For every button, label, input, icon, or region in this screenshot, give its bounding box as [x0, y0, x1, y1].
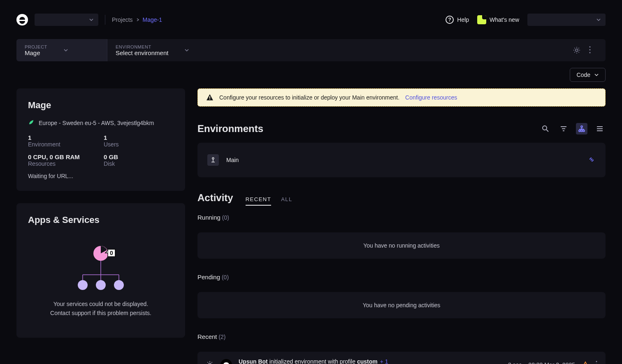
- error-line1: Your services could not be displayed.: [50, 299, 151, 308]
- resources-label: Resources: [28, 160, 98, 167]
- breadcrumb: Projects Mage-1: [112, 16, 162, 23]
- environment-name: Main: [226, 157, 239, 163]
- svg-point-39: [596, 361, 597, 362]
- url-status: Waiting for URL...: [28, 173, 174, 179]
- disk-value: 0 GB: [104, 153, 174, 160]
- resources-banner: Configure your resources to initialize o…: [197, 88, 606, 107]
- apps-services-title: Apps & Services: [28, 215, 174, 225]
- warning-icon: [206, 94, 214, 101]
- whatsnew-link[interactable]: What's new: [477, 15, 519, 24]
- chevron-right-icon: [136, 18, 139, 21]
- pending-label: Pending: [197, 274, 220, 281]
- services-diagram-icon: 0: [74, 242, 128, 291]
- list-view-button[interactable]: [594, 123, 606, 134]
- project-label: PROJECT: [25, 44, 47, 49]
- code-button[interactable]: Code: [570, 68, 606, 82]
- resources-value: 0 CPU, 0 GB RAM: [28, 153, 98, 160]
- tab-recent[interactable]: RECENT: [246, 196, 271, 206]
- profile-selector[interactable]: [527, 14, 606, 26]
- svg-point-22: [581, 126, 583, 128]
- divider: [105, 15, 105, 25]
- tab-all[interactable]: ALL: [281, 196, 292, 206]
- configure-resources-link[interactable]: Configure resources: [405, 94, 457, 101]
- disk-label: Disk: [104, 160, 174, 167]
- whatsnew-icon: [477, 15, 486, 24]
- link-icon[interactable]: [587, 155, 596, 165]
- chevron-down-icon: [596, 18, 601, 22]
- activity-title: Activity: [197, 192, 233, 204]
- more-menu-button[interactable]: [589, 46, 597, 54]
- svg-point-14: [114, 280, 124, 290]
- help-icon: ?: [446, 16, 454, 24]
- svg-point-23: [579, 130, 580, 132]
- project-subheader: PROJECT Mage ENVIRONMENT Select environm…: [16, 39, 606, 61]
- svg-point-1: [590, 46, 591, 48]
- running-count: (0): [222, 214, 229, 221]
- warning-icon: [582, 361, 589, 364]
- chevron-down-icon: [185, 48, 189, 52]
- environment-value: Select environment: [116, 49, 168, 56]
- svg-point-12: [78, 280, 88, 290]
- running-empty: You have no running activities: [197, 232, 606, 259]
- top-header: Projects Mage-1 ? Help What's new: [0, 0, 622, 39]
- org-selector[interactable]: [35, 14, 98, 26]
- svg-point-0: [576, 49, 578, 51]
- running-label: Running: [197, 214, 220, 221]
- users-count: 1: [104, 134, 174, 141]
- svg-point-17: [543, 126, 547, 130]
- leaf-icon: [28, 119, 35, 127]
- environment-selector[interactable]: ENVIRONMENT Select environment: [107, 39, 197, 61]
- project-value: Mage: [25, 49, 47, 56]
- activity-row[interactable]: Upsun Bot initialized environment with p…: [197, 352, 606, 364]
- chevron-down-icon: [64, 48, 68, 52]
- apps-services-card: Apps & Services 0: [16, 203, 185, 338]
- branch-icon: [207, 154, 219, 166]
- activity-duration: 3 sec: [508, 362, 522, 364]
- recent-label: Recent: [197, 333, 217, 340]
- environment-item-main[interactable]: Main: [197, 143, 606, 177]
- gear-icon: [206, 360, 214, 364]
- chevron-down-icon: [89, 18, 93, 22]
- activity-menu-button[interactable]: [596, 361, 597, 364]
- pending-empty: You have no pending activities: [197, 292, 606, 318]
- svg-point-33: [212, 158, 214, 159]
- svg-point-25: [583, 130, 585, 132]
- error-line2: Contact support if this problem persists…: [50, 308, 151, 318]
- svg-point-24: [581, 130, 583, 132]
- project-selector[interactable]: PROJECT Mage: [16, 39, 107, 61]
- project-info-card: Mage Europe - Sweden eu-5 - AWS, 3vejest…: [16, 88, 185, 191]
- svg-point-3: [590, 52, 591, 53]
- activity-timestamp: 20:32 Mar 2, 2025: [528, 362, 575, 364]
- recent-count: (2): [218, 334, 225, 340]
- logo-icon: [16, 14, 28, 26]
- env-count-label: Environment: [28, 141, 98, 148]
- svg-text:0: 0: [110, 250, 113, 256]
- bot-avatar-icon: [220, 359, 232, 364]
- svg-point-2: [590, 49, 591, 51]
- env-count: 1: [28, 134, 98, 141]
- filter-button[interactable]: [558, 123, 569, 134]
- breadcrumb-current[interactable]: Mage-1: [143, 16, 162, 23]
- tree-view-button[interactable]: [576, 123, 587, 134]
- svg-point-13: [96, 280, 106, 290]
- svg-rect-15: [209, 96, 210, 98]
- svg-line-18: [546, 130, 548, 132]
- breadcrumb-root[interactable]: Projects: [112, 16, 133, 23]
- environment-label: ENVIRONMENT: [116, 44, 168, 49]
- settings-button[interactable]: [573, 46, 581, 54]
- environments-title: Environments: [197, 123, 263, 134]
- users-count-label: Users: [104, 141, 174, 148]
- region-text: Europe - Sweden eu-5 - AWS, 3vejestlg4bk…: [39, 120, 154, 126]
- help-link[interactable]: ? Help: [446, 16, 469, 24]
- svg-rect-16: [209, 99, 210, 100]
- pending-count: (0): [222, 274, 229, 281]
- activity-description: Upsun Bot initialized environment with p…: [239, 358, 501, 364]
- search-button[interactable]: [540, 123, 551, 134]
- banner-text: Configure your resources to initialize o…: [219, 94, 399, 101]
- chevron-down-icon: [594, 73, 599, 77]
- project-title: Mage: [28, 100, 174, 111]
